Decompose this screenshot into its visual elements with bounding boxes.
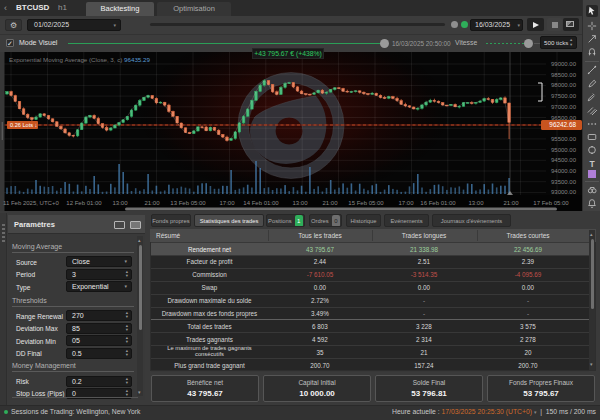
svg-text:93500.00: 93500.00 bbox=[551, 179, 577, 185]
svg-text:13:00: 13:00 bbox=[292, 200, 308, 206]
svg-text:21:00: 21:00 bbox=[144, 200, 160, 206]
svg-text:13:00: 13:00 bbox=[112, 200, 128, 206]
svg-text:17:00: 17:00 bbox=[398, 200, 414, 206]
svg-text:13 Feb 05:00: 13 Feb 05:00 bbox=[170, 200, 206, 206]
svg-text:13:00: 13:00 bbox=[468, 200, 484, 206]
svg-text:95000.00: 95000.00 bbox=[551, 147, 577, 153]
svg-text:98000.00: 98000.00 bbox=[551, 82, 577, 88]
svg-text:93000.00: 93000.00 bbox=[551, 189, 577, 195]
svg-text:96242.68: 96242.68 bbox=[549, 121, 576, 128]
svg-text:21:00: 21:00 bbox=[503, 200, 519, 206]
svg-text:21:00: 21:00 bbox=[322, 200, 338, 206]
svg-text:97500.00: 97500.00 bbox=[551, 93, 577, 99]
svg-text:96500.00: 96500.00 bbox=[551, 115, 577, 121]
svg-text:95500.00: 95500.00 bbox=[551, 136, 577, 142]
svg-text:15 Feb 05:00: 15 Feb 05:00 bbox=[348, 200, 384, 206]
svg-text:99000.00: 99000.00 bbox=[551, 61, 577, 67]
svg-text:94500.00: 94500.00 bbox=[551, 157, 577, 163]
svg-text:98500.00: 98500.00 bbox=[551, 72, 577, 78]
svg-text:97000.00: 97000.00 bbox=[551, 104, 577, 110]
svg-text:94000.00: 94000.00 bbox=[551, 168, 577, 174]
svg-text:12 Feb 01:00: 12 Feb 01:00 bbox=[66, 200, 102, 206]
svg-text:14 Feb 01:00: 14 Feb 01:00 bbox=[243, 200, 279, 206]
svg-text:Exponential Moving Average (Cl: Exponential Moving Average (Close, 3, c)… bbox=[9, 56, 150, 63]
svg-text:17 Feb 05:00: 17 Feb 05:00 bbox=[533, 200, 569, 206]
svg-text:0.26 Lots ↓: 0.26 Lots ↓ bbox=[10, 122, 38, 128]
svg-text:11 Feb 2025, UTC+0: 11 Feb 2025, UTC+0 bbox=[3, 200, 59, 206]
svg-text:16 Feb 01:00: 16 Feb 01:00 bbox=[420, 200, 456, 206]
svg-text:17:00: 17:00 bbox=[219, 200, 235, 206]
